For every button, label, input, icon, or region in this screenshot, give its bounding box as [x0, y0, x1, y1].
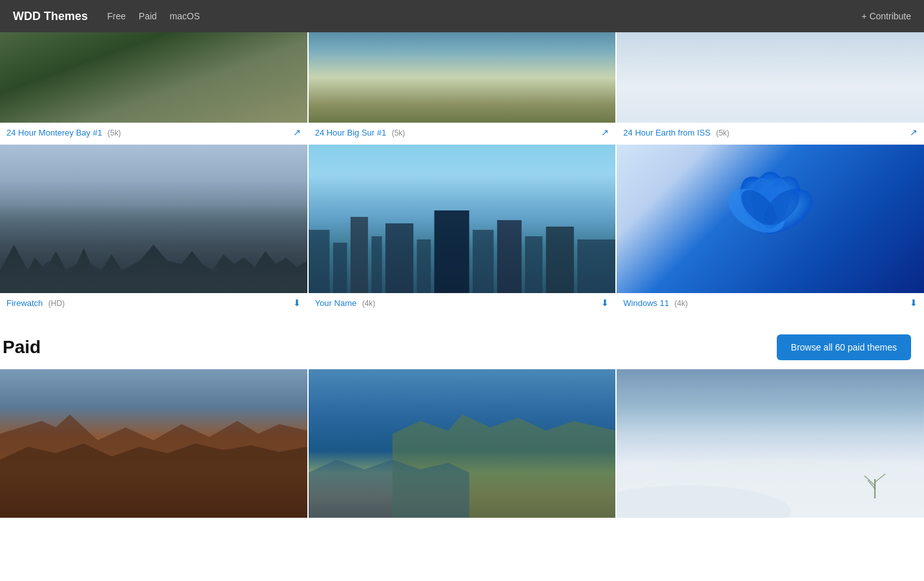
theme-title-bigsur: 24 Hour Big Sur #1 (5k): [315, 127, 406, 138]
theme-resolution: (5k): [108, 128, 121, 138]
nav-links: Free Paid macOS: [107, 11, 861, 21]
theme-title-text: Firewatch: [6, 298, 43, 308]
theme-card-earth[interactable]: 24 Hour Earth from ISS (5k) ↗: [617, 32, 924, 142]
paid-themes-grid: [0, 369, 924, 520]
theme-card-canyon[interactable]: [0, 369, 307, 518]
download-icon[interactable]: ⬇: [910, 298, 918, 308]
paid-section-header: Paid Browse all 60 paid themes: [0, 321, 924, 369]
external-link-icon[interactable]: ↗: [293, 127, 301, 138]
download-icon[interactable]: ⬇: [601, 298, 609, 308]
theme-thumbnail-win11: [617, 145, 924, 293]
svg-rect-5: [371, 236, 382, 293]
theme-title-text: 24 Hour Big Sur #1: [315, 128, 387, 138]
svg-rect-8: [434, 210, 469, 293]
svg-rect-13: [577, 240, 615, 293]
theme-thumbnail-monterey: [0, 32, 307, 123]
theme-thumbnail-coastal: [309, 369, 616, 518]
svg-rect-11: [525, 236, 542, 293]
paid-section-title: Paid: [3, 337, 41, 358]
theme-title-monterey: 24 Hour Monterey Bay #1 (5k): [6, 127, 121, 138]
theme-title-text: Your Name: [315, 298, 357, 308]
svg-rect-3: [333, 243, 347, 293]
svg-rect-4: [351, 217, 368, 293]
free-themes-bottom-grid: Firewatch (HD) ⬇: [0, 145, 924, 315]
firewatch-svg: [0, 219, 307, 293]
theme-title-win11: Windows 11 (4k): [623, 297, 688, 309]
coastal-svg: [309, 369, 616, 518]
theme-title-yourname: Your Name (4k): [315, 297, 376, 309]
theme-title-text: Windows 11: [623, 298, 669, 308]
svg-rect-6: [385, 223, 413, 293]
svg-rect-10: [497, 220, 522, 293]
theme-thumbnail-yourname: [309, 145, 616, 293]
svg-rect-9: [473, 230, 493, 293]
nav-paid[interactable]: Paid: [139, 11, 157, 21]
win11-ribbon-svg: [719, 167, 822, 270]
theme-title-text: 24 Hour Monterey Bay #1: [6, 128, 102, 138]
theme-title-text: 24 Hour Earth from ISS: [623, 128, 710, 138]
theme-card-monterey[interactable]: 24 Hour Monterey Bay #1 (5k) ↗: [0, 32, 307, 142]
theme-thumbnail-whitesands: [617, 369, 924, 518]
canyon-svg: [0, 369, 307, 518]
theme-card-yourname[interactable]: Your Name (4k) ⬇: [309, 145, 616, 312]
navbar: WDD Themes Free Paid macOS + Contribute: [0, 0, 924, 32]
svg-marker-28: [309, 460, 469, 518]
theme-title-firewatch: Firewatch (HD): [6, 297, 65, 309]
theme-thumbnail-bigsur: [309, 32, 616, 123]
theme-thumbnail-earth: [617, 32, 924, 123]
theme-caption-earth: 24 Hour Earth from ISS (5k) ↗: [617, 123, 924, 142]
theme-resolution: (4k): [675, 299, 688, 308]
external-link-icon[interactable]: ↗: [601, 127, 609, 138]
theme-caption-monterey: 24 Hour Monterey Bay #1 (5k) ↗: [0, 123, 307, 142]
svg-marker-25: [0, 443, 307, 518]
nav-macos[interactable]: macOS: [170, 11, 200, 21]
yourname-svg: [309, 204, 616, 293]
theme-resolution: (5k): [716, 128, 730, 138]
theme-resolution: (4k): [362, 299, 376, 308]
brand-title: WDD Themes: [13, 10, 88, 23]
theme-caption-bigsur: 24 Hour Big Sur #1 (5k) ↗: [309, 123, 616, 142]
theme-resolution: (HD): [48, 299, 65, 308]
theme-resolution: (5k): [392, 128, 406, 138]
theme-thumbnail-canyon: [0, 369, 307, 518]
main-content: 24 Hour Monterey Bay #1 (5k) ↗ 24 Hour B…: [0, 32, 924, 546]
nav-free[interactable]: Free: [107, 11, 126, 21]
theme-card-win11[interactable]: Windows 11 (4k) ⬇: [617, 145, 924, 312]
theme-title-earth: 24 Hour Earth from ISS (5k): [623, 127, 729, 138]
svg-rect-2: [309, 230, 329, 293]
svg-marker-0: [0, 245, 307, 293]
theme-caption-firewatch: Firewatch (HD) ⬇: [0, 293, 307, 312]
svg-marker-1: [0, 261, 307, 293]
whitesands-svg: [617, 369, 924, 518]
svg-rect-12: [546, 227, 573, 293]
theme-card-bigsur[interactable]: 24 Hour Big Sur #1 (5k) ↗: [309, 32, 616, 142]
theme-card-firewatch[interactable]: Firewatch (HD) ⬇: [0, 145, 307, 312]
svg-rect-7: [416, 240, 431, 293]
theme-caption-win11: Windows 11 (4k) ⬇: [617, 293, 924, 312]
external-link-icon[interactable]: ↗: [910, 127, 918, 138]
download-icon[interactable]: ⬇: [293, 298, 301, 308]
theme-card-whitesands[interactable]: [617, 369, 924, 518]
theme-card-coastal[interactable]: [309, 369, 616, 518]
free-themes-top-grid: 24 Hour Monterey Bay #1 (5k) ↗ 24 Hour B…: [0, 32, 924, 145]
browse-paid-button[interactable]: Browse all 60 paid themes: [777, 334, 911, 360]
contribute-link[interactable]: + Contribute: [861, 11, 911, 21]
theme-thumbnail-firewatch: [0, 145, 307, 293]
theme-caption-yourname: Your Name (4k) ⬇: [309, 293, 616, 312]
